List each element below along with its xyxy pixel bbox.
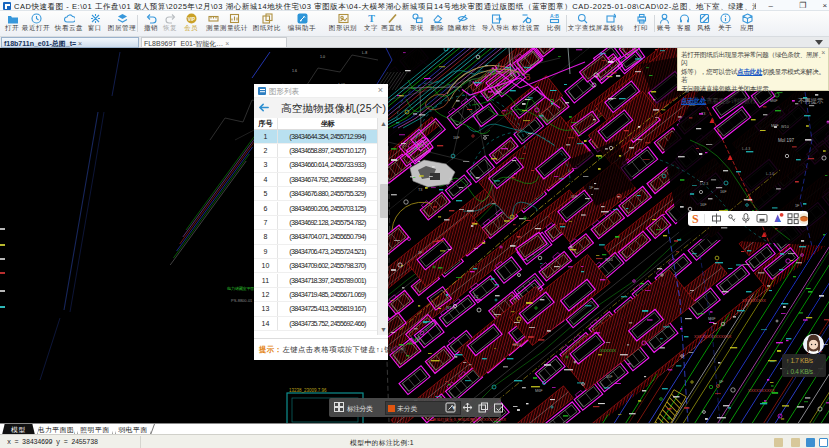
svg-text:L-7.3: L-7.3 (700, 182, 708, 186)
svg-text:A:B: A:B (550, 13, 559, 19)
svg-text:M6F: M6F (771, 124, 779, 128)
svg-text:L-8: L-8 (362, 51, 367, 55)
svg-text:W10: W10 (781, 125, 789, 129)
svg-text:W10: W10 (605, 258, 613, 262)
svg-text:1.6: 1.6 (292, 69, 297, 73)
svg-text:W10: W10 (446, 306, 454, 310)
svg-text:16F: 16F (720, 190, 727, 194)
svg-text:J-2: J-2 (473, 295, 478, 299)
svg-text:Mol 197: Mol 197 (778, 138, 795, 143)
svg-text:T3: T3 (701, 112, 705, 116)
svg-text:M6F: M6F (535, 389, 543, 393)
svg-text:16F: 16F (571, 195, 578, 199)
svg-text:1F: 1F (589, 186, 594, 190)
svg-text:M6F: M6F (708, 317, 716, 321)
svg-text:16F: 16F (495, 91, 502, 95)
svg-text:16F: 16F (606, 375, 613, 379)
svg-text:6F: 6F (719, 380, 724, 384)
svg-text:XXXXXXXXXX: XXXXXXXXXX (748, 388, 775, 393)
svg-text:S: S (692, 212, 699, 226)
svg-text:PS-8800-01: PS-8800-01 (231, 298, 253, 303)
svg-text:1.0: 1.0 (320, 55, 325, 59)
svg-text:XXXXXX: XXXXXX (600, 348, 616, 353)
svg-text:16F: 16F (700, 203, 707, 207)
svg-text:XXXXXXXXXXXXXX: XXXXXXXXXXXXXX (694, 334, 732, 339)
svg-text:16F: 16F (453, 136, 460, 140)
svg-text:T3: T3 (418, 188, 422, 192)
svg-text:W10: W10 (513, 343, 521, 347)
svg-text:1F: 1F (795, 204, 800, 208)
svg-text:1F: 1F (418, 251, 423, 255)
svg-text:13238_23009.7.96: 13238_23009.7.96 (289, 388, 327, 393)
svg-text:XXXXXXXXX: XXXXXXXXX (742, 298, 766, 303)
svg-text:L-4.3: L-4.3 (742, 147, 750, 151)
